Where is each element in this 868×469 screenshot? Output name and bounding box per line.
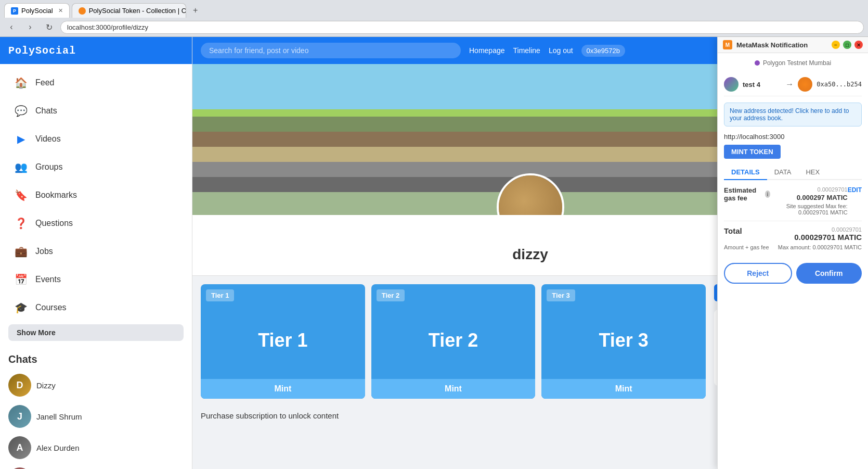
footer-buttons: Reject Confirm bbox=[724, 259, 862, 288]
sidebar-label-groups: Groups bbox=[35, 162, 62, 172]
sidebar-label-chats: Chats bbox=[35, 106, 57, 116]
polysocial-favicon: P bbox=[11, 7, 18, 15]
url-input[interactable] bbox=[60, 21, 864, 34]
feed-icon: 🏠 bbox=[12, 74, 29, 91]
tab-hex[interactable]: HEX bbox=[798, 165, 827, 180]
friend-list: D Dizzy J Janell Shrum A Alex Durden D D… bbox=[0, 367, 192, 469]
nav-homepage[interactable]: Homepage bbox=[469, 46, 505, 55]
friend-name: Alex Durden bbox=[36, 443, 80, 452]
sidebar-item-groups[interactable]: 👥 Groups bbox=[4, 154, 188, 181]
account-row: test 4 → 0xa50...b254 bbox=[724, 73, 862, 96]
list-item[interactable]: D Dizzy bbox=[0, 370, 192, 401]
avatar: D bbox=[8, 374, 31, 397]
sidebar-label-feed: Feed bbox=[35, 78, 54, 87]
show-more-button[interactable]: Show More bbox=[8, 324, 184, 341]
tier-3-title: Tier 3 bbox=[599, 301, 648, 379]
tab-polysocial[interactable]: P PolySocial ✕ bbox=[4, 3, 70, 18]
sidebar-item-bookmarks[interactable]: 🔖 Bookmarks bbox=[4, 182, 188, 209]
search-input[interactable] bbox=[201, 43, 461, 58]
avatar: J bbox=[8, 405, 31, 428]
site-suggested-row: Site suggested Max fee: 0.00029701 MATIC bbox=[770, 203, 848, 216]
mint-token-button[interactable]: MINT TOKEN bbox=[724, 145, 781, 159]
sidebar-item-questions[interactable]: ❓ Questions bbox=[4, 210, 188, 237]
cat-image bbox=[499, 175, 562, 215]
tier-2-title: Tier 2 bbox=[429, 301, 478, 379]
back-button[interactable]: ‹ bbox=[4, 20, 19, 34]
gas-fee-values: 0.00029701 0.000297 MATIC Site suggested… bbox=[770, 186, 848, 216]
metamask-body: Polygon Testnet Mumbai test 4 → 0xa50...… bbox=[718, 53, 868, 469]
bookmarks-icon: 🔖 bbox=[12, 187, 29, 204]
sidebar-label-questions: Questions bbox=[35, 219, 73, 228]
wallet-address: 0x3e9572b bbox=[581, 45, 625, 57]
total-row: Total 0.00029701 0.00029701 MATIC bbox=[724, 226, 862, 242]
address-alert[interactable]: New address detected! Click here to add … bbox=[724, 103, 862, 126]
confirm-button[interactable]: Confirm bbox=[796, 263, 862, 284]
edit-button[interactable]: EDIT bbox=[848, 186, 862, 194]
sidebar-label-events: Events bbox=[35, 275, 61, 284]
nav-timeline[interactable]: Timeline bbox=[513, 46, 540, 55]
chats-icon: 💬 bbox=[12, 103, 29, 119]
sidebar-label-jobs: Jobs bbox=[35, 247, 53, 256]
sidebar-item-jobs[interactable]: 💼 Jobs bbox=[4, 238, 188, 265]
sidebar-item-chats[interactable]: 💬 Chats bbox=[4, 97, 188, 124]
app-container: PolySocial 🏠 Feed 💬 Chats ▶ Videos 👥 Gro… bbox=[0, 37, 868, 469]
list-item[interactable]: J Janell Shrum bbox=[0, 401, 192, 432]
tier-card-3: Tier 3 Tier 3 Mint bbox=[541, 284, 706, 399]
avatar: A bbox=[8, 436, 31, 459]
maximize-button[interactable]: □ bbox=[843, 41, 851, 49]
left-sidebar: PolySocial 🏠 Feed 💬 Chats ▶ Videos 👥 Gro… bbox=[0, 37, 192, 469]
metamask-panel: M MetaMask Notification − □ ✕ Polygon Te… bbox=[717, 37, 868, 469]
friend-name: Janell Shrum bbox=[36, 412, 82, 421]
amount-gas-row: Amount + gas fee Max amount: 0.00029701 … bbox=[724, 244, 862, 250]
tab-label-polysocial: PolySocial bbox=[21, 7, 53, 15]
sidebar-item-courses[interactable]: 🎓 Courses bbox=[4, 294, 188, 321]
close-button[interactable]: ✕ bbox=[854, 41, 863, 49]
sidebar-item-videos[interactable]: ▶ Videos bbox=[4, 125, 188, 153]
tab-bar: P PolySocial ✕ PolySocial Token - Collec… bbox=[0, 0, 868, 18]
address-icon bbox=[798, 77, 812, 92]
sidebar-label-bookmarks: Bookmarks bbox=[35, 191, 77, 200]
events-icon: 📅 bbox=[12, 271, 29, 288]
account-icon bbox=[724, 77, 739, 92]
sidebar-item-events[interactable]: 📅 Events bbox=[4, 266, 188, 293]
tab-metamask[interactable]: PolySocial Token - Collection | C... ✕ bbox=[72, 3, 186, 18]
reject-button[interactable]: Reject bbox=[724, 263, 792, 284]
url-display: http://localhost:3000 bbox=[724, 133, 862, 141]
list-item[interactable]: D Dora Hawks bbox=[0, 463, 192, 469]
tab-data[interactable]: DATA bbox=[767, 165, 799, 180]
metamask-titlebar: M MetaMask Notification − □ ✕ bbox=[718, 37, 868, 53]
tab-details[interactable]: DETAILS bbox=[724, 165, 767, 180]
new-tab-button[interactable]: + bbox=[188, 3, 203, 18]
address-bar: ‹ › ↻ bbox=[0, 18, 868, 36]
browser-chrome: P PolySocial ✕ PolySocial Token - Collec… bbox=[0, 0, 868, 37]
gas-fee-label: Estimated gas fee i bbox=[724, 186, 770, 202]
metamask-tabs: DETAILS DATA HEX bbox=[724, 165, 862, 180]
tier-1-mint-button[interactable]: Mint bbox=[201, 379, 365, 399]
window-buttons: − □ ✕ bbox=[832, 41, 863, 49]
gas-fee-info-icon: i bbox=[765, 191, 770, 198]
courses-icon: 🎓 bbox=[12, 299, 29, 316]
network-dot bbox=[755, 60, 760, 66]
reload-button[interactable]: ↻ bbox=[42, 20, 56, 34]
minimize-button[interactable]: − bbox=[832, 41, 840, 49]
tier-3-mint-button[interactable]: Mint bbox=[541, 379, 706, 399]
sidebar-nav: 🏠 Feed 💬 Chats ▶ Videos 👥 Groups 🔖 Bookm… bbox=[0, 64, 192, 347]
chats-section-title: Chats bbox=[0, 347, 192, 367]
videos-icon: ▶ bbox=[12, 131, 29, 147]
sidebar-item-feed[interactable]: 🏠 Feed bbox=[4, 69, 188, 96]
total-values: 0.00029701 0.00029701 MATIC bbox=[794, 226, 862, 242]
gas-fee-matic: 0.000297 MATIC bbox=[797, 194, 848, 201]
tier-2-mint-button[interactable]: Mint bbox=[371, 379, 536, 399]
gas-fee-small-val: 0.00029701 bbox=[770, 186, 848, 193]
nav-logout[interactable]: Log out bbox=[549, 46, 573, 55]
gas-fee-row: Estimated gas fee i 0.00029701 0.000297 … bbox=[724, 186, 848, 216]
questions-icon: ❓ bbox=[12, 215, 29, 232]
tab-close-polysocial[interactable]: ✕ bbox=[58, 7, 63, 14]
tier-1-badge: Tier 1 bbox=[206, 289, 234, 301]
tier-2-badge: Tier 2 bbox=[377, 289, 405, 301]
list-item[interactable]: A Alex Durden bbox=[0, 432, 192, 463]
top-nav: PolySocial bbox=[0, 37, 192, 64]
gas-fee-label-group: Estimated gas fee i bbox=[724, 186, 770, 202]
metamask-icon: M bbox=[723, 40, 732, 49]
forward-button[interactable]: › bbox=[23, 20, 37, 34]
